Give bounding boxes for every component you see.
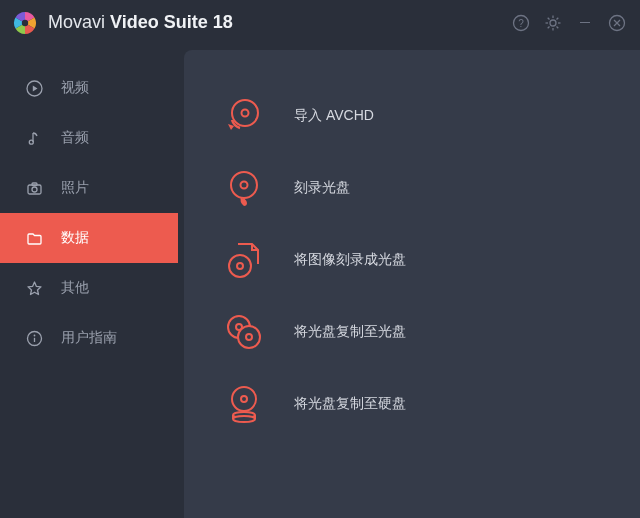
svg-text:?: ? xyxy=(518,17,524,28)
main-panel: 导入 AVCHD 刻录光盘 将图像刻录成光盘 将光盘复制至光盘 将光盘复制至硬盘 xyxy=(184,50,640,518)
app-logo-icon xyxy=(12,10,38,36)
star-icon xyxy=(25,279,43,297)
sidebar-item-label: 音频 xyxy=(61,129,89,147)
action-disc-to-disc[interactable]: 将光盘复制至光盘 xyxy=(224,296,630,368)
svg-point-26 xyxy=(241,182,248,189)
gear-icon[interactable] xyxy=(542,12,564,34)
svg-point-18 xyxy=(32,187,37,192)
sidebar-item-audio[interactable]: 音频 xyxy=(0,113,178,163)
svg-point-34 xyxy=(241,396,247,402)
svg-line-8 xyxy=(548,17,550,19)
import-avchd-icon xyxy=(224,96,264,136)
image-to-disc-icon xyxy=(224,240,264,280)
sidebar-item-label: 数据 xyxy=(61,229,89,247)
svg-point-31 xyxy=(238,326,260,348)
sidebar-item-other[interactable]: 其他 xyxy=(0,263,178,313)
sidebar-item-guide[interactable]: 用户指南 xyxy=(0,313,178,363)
sidebar: 视频 音频 照片 数据 其他 xyxy=(0,45,178,518)
play-icon xyxy=(25,79,43,97)
svg-point-33 xyxy=(232,387,256,411)
action-label: 将图像刻录成光盘 xyxy=(294,251,406,269)
svg-point-23 xyxy=(232,100,258,126)
svg-line-9 xyxy=(557,26,559,28)
close-icon[interactable] xyxy=(606,12,628,34)
svg-point-27 xyxy=(229,255,251,277)
svg-point-36 xyxy=(233,416,255,422)
sidebar-item-label: 视频 xyxy=(61,79,89,97)
burn-disc-icon xyxy=(224,168,264,208)
disc-to-hdd-icon xyxy=(224,384,264,424)
sidebar-item-video[interactable]: 视频 xyxy=(0,63,178,113)
sidebar-item-label: 照片 xyxy=(61,179,89,197)
sidebar-item-photo[interactable]: 照片 xyxy=(0,163,178,213)
sidebar-item-data[interactable]: 数据 xyxy=(0,213,178,263)
disc-to-disc-icon xyxy=(224,312,264,352)
svg-point-24 xyxy=(242,110,249,117)
action-label: 导入 AVCHD xyxy=(294,107,374,125)
svg-point-3 xyxy=(550,20,556,26)
music-note-icon xyxy=(25,129,43,147)
window-controls: ? xyxy=(510,12,628,34)
info-icon xyxy=(25,329,43,347)
svg-line-10 xyxy=(548,26,550,28)
action-disc-to-hdd[interactable]: 将光盘复制至硬盘 xyxy=(224,368,630,440)
action-image-to-disc[interactable]: 将图像刻录成光盘 xyxy=(224,224,630,296)
svg-point-0 xyxy=(22,19,28,25)
minimize-icon[interactable] xyxy=(574,12,596,34)
svg-line-11 xyxy=(557,17,559,19)
action-burn-disc[interactable]: 刻录光盘 xyxy=(224,152,630,224)
camera-icon xyxy=(25,179,43,197)
svg-point-16 xyxy=(29,140,33,144)
sidebar-item-label: 其他 xyxy=(61,279,89,297)
action-label: 将光盘复制至硬盘 xyxy=(294,395,406,413)
sidebar-item-label: 用户指南 xyxy=(61,329,117,347)
folder-icon xyxy=(25,229,43,247)
help-icon[interactable]: ? xyxy=(510,12,532,34)
action-import-avchd[interactable]: 导入 AVCHD xyxy=(224,80,630,152)
svg-point-25 xyxy=(231,172,257,198)
title-bar: Movavi Video Suite 18 ? xyxy=(0,0,640,45)
action-label: 将光盘复制至光盘 xyxy=(294,323,406,341)
app-title: Movavi Video Suite 18 xyxy=(48,12,510,33)
svg-point-21 xyxy=(33,334,35,336)
svg-rect-19 xyxy=(32,183,37,186)
action-label: 刻录光盘 xyxy=(294,179,350,197)
